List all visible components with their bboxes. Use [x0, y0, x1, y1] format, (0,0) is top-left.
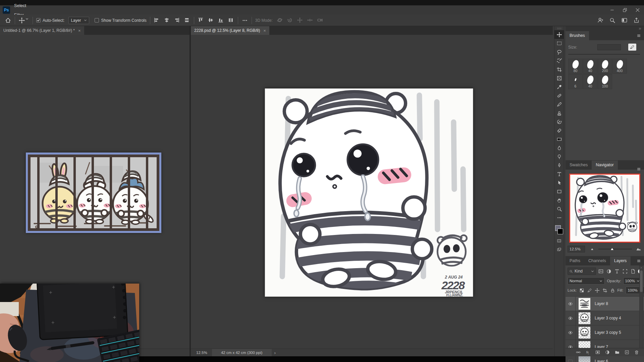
layers-footer-button[interactable]	[576, 350, 581, 355]
show-transform-checkbox[interactable]	[95, 18, 99, 22]
background-color-swatch[interactable]	[557, 229, 563, 234]
window-control-button[interactable]	[606, 5, 619, 15]
tool-button[interactable]	[554, 117, 564, 126]
filter-button[interactable]	[598, 268, 604, 274]
tool-button[interactable]	[554, 65, 564, 74]
filter-button[interactable]	[630, 268, 636, 274]
lock-button[interactable]	[587, 288, 592, 293]
tool-button[interactable]	[554, 135, 564, 143]
align-button[interactable]	[218, 17, 224, 24]
visibility-toggle[interactable]	[566, 325, 576, 340]
tool-button[interactable]	[554, 152, 564, 161]
document-info[interactable]: 42 cm x 42 cm (300 ppi)	[212, 349, 272, 357]
tool-button[interactable]	[554, 74, 564, 82]
panel-tab[interactable]: Layers	[610, 256, 631, 265]
layer-thumbnail[interactable]	[578, 298, 591, 310]
tool-button[interactable]	[554, 39, 564, 48]
layer-row[interactable]: Layer 8	[566, 297, 644, 311]
more-options-icon[interactable]	[241, 17, 248, 24]
layers-footer-button[interactable]	[595, 350, 600, 355]
layers-footer-button[interactable]	[634, 350, 639, 355]
tool-button[interactable]	[554, 48, 564, 56]
tool-button[interactable]	[554, 126, 564, 135]
zoom-out-icon[interactable]	[590, 247, 595, 251]
tab-brushes[interactable]: Brushes	[566, 31, 589, 40]
tool-button[interactable]	[554, 213, 564, 222]
auto-select-checkbox[interactable]	[36, 18, 41, 22]
untitled-canvas[interactable]	[26, 153, 161, 233]
layer-thumbnail[interactable]	[578, 326, 591, 339]
layer-thumbnail[interactable]	[578, 312, 591, 324]
filter-button[interactable]	[606, 268, 612, 274]
brush-size-field[interactable]	[597, 44, 621, 50]
move-tool-icon[interactable]	[18, 17, 25, 24]
slider-thumb-icon[interactable]	[610, 247, 614, 251]
document-tab-untitled[interactable]: Untitled-1 @ 66.7% (Layer 1, RGB/8#) * ×	[0, 26, 84, 35]
brush-size-slider[interactable]	[568, 54, 640, 55]
navigator-preview[interactable]	[569, 174, 640, 243]
lock-button[interactable]	[602, 288, 607, 293]
visibility-toggle[interactable]	[566, 297, 576, 311]
align-button[interactable]	[164, 17, 170, 24]
filter-kind-dropdown[interactable]: Kind	[568, 267, 596, 275]
lock-button[interactable]	[595, 288, 600, 293]
align-button[interactable]	[184, 17, 191, 24]
window-control-button[interactable]	[631, 5, 644, 15]
panel-menu-icon[interactable]	[636, 259, 641, 263]
lock-button[interactable]	[579, 288, 584, 293]
panel-tab[interactable]: Navigator	[592, 161, 618, 170]
brush-preset[interactable]: 400	[612, 59, 627, 74]
screen-mode-button[interactable]	[555, 246, 564, 253]
toolbar-right-button[interactable]	[597, 17, 604, 24]
quick-mask-button[interactable]	[555, 237, 564, 244]
tab-close-icon[interactable]: ×	[263, 28, 266, 33]
align-button[interactable]	[154, 17, 160, 24]
tool-button[interactable]	[554, 170, 564, 178]
auto-select-target-dropdown[interactable]: Layer	[68, 17, 89, 24]
zoom-in-icon[interactable]	[635, 246, 642, 252]
navigator-zoom-field[interactable]: 12.5%	[568, 246, 585, 252]
brush-preset[interactable]: 6	[568, 74, 583, 89]
align-button[interactable]	[198, 17, 204, 24]
filter-button[interactable]	[622, 268, 628, 274]
window-control-button[interactable]	[619, 5, 631, 15]
blend-mode-dropdown[interactable]: Normal	[568, 277, 605, 285]
panel-tab[interactable]: Swatches	[566, 161, 592, 170]
panel-tab[interactable]: Paths	[566, 256, 584, 265]
lock-button[interactable]	[610, 288, 615, 293]
brush-preset[interactable]: 200	[598, 59, 612, 74]
tool-button[interactable]	[554, 161, 564, 170]
tool-button[interactable]	[554, 178, 564, 187]
layer-row[interactable]: Layer 3 copy 5	[566, 325, 644, 340]
brush-preset[interactable]: 100	[598, 74, 612, 89]
panel-tab[interactable]: Channels	[584, 256, 610, 265]
toolbar-grip[interactable]	[556, 27, 562, 29]
document-tab-2228[interactable]: 2228.psd @ 12.5% (Layer 8, RGB/8) ×	[191, 26, 269, 35]
toolbar-right-button[interactable]	[609, 17, 616, 24]
align-button[interactable]	[174, 17, 180, 24]
tool-button[interactable]	[554, 143, 564, 152]
visibility-toggle[interactable]	[566, 311, 576, 325]
layers-footer-button[interactable]	[624, 350, 630, 355]
menu-item[interactable]: Select	[10, 1, 34, 10]
layers-scrollbar[interactable]	[639, 265, 643, 352]
layers-footer-button[interactable]	[614, 350, 620, 355]
scrollbar-thumb[interactable]	[640, 270, 643, 292]
zoom-level-field[interactable]: 12.5%	[196, 351, 207, 355]
tool-button[interactable]	[554, 91, 564, 100]
tool-button[interactable]	[554, 30, 564, 39]
tool-button[interactable]	[554, 187, 564, 196]
panel-menu-icon[interactable]	[636, 34, 641, 38]
brush-preset[interactable]: 80	[568, 59, 583, 74]
layers-footer-button[interactable]	[585, 350, 591, 355]
tool-button[interactable]	[554, 82, 564, 91]
collapse-panels-strip[interactable]	[566, 26, 644, 31]
brush-preset[interactable]: 40	[583, 74, 597, 89]
tool-button[interactable]	[554, 204, 564, 213]
chevron-down-icon[interactable]	[25, 17, 29, 24]
panel-menu-icon[interactable]	[636, 167, 641, 171]
brush-settings-button[interactable]	[628, 44, 636, 51]
tool-button[interactable]	[554, 56, 564, 65]
align-button[interactable]	[228, 17, 234, 24]
toolbar-right-button[interactable]	[621, 17, 628, 24]
